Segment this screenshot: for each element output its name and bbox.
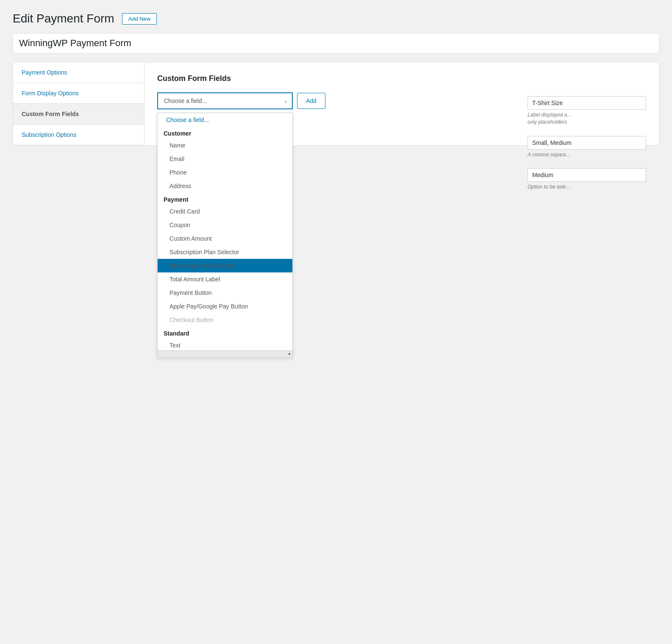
tshirt-size-hint: Label displayed a...only placeholders <box>528 111 646 126</box>
field-select-wrapper: Choose a field... ⌄ Choose a field... Cu… <box>157 92 293 109</box>
sidebar-item-subscription-options[interactable]: Subscription Options <box>13 125 144 145</box>
dropdown-item-checkout-button[interactable]: Checkout Button <box>158 313 292 327</box>
default-input[interactable] <box>528 168 646 182</box>
dropdown-group-payment: Payment <box>158 193 292 205</box>
dropdown-panel: Choose a field... Customer Name Email Ph… <box>157 113 293 358</box>
sidebar-item-custom-form-fields[interactable]: Custom Form Fields <box>13 104 144 125</box>
field-group-default: Option to be sele... <box>528 168 646 191</box>
add-new-button[interactable]: Add New <box>122 13 157 25</box>
field-group-options: A comma separa... <box>528 136 646 158</box>
dropdown-item-credit-card[interactable]: Credit Card <box>158 205 292 218</box>
dropdown-item-email[interactable]: Email <box>158 152 292 166</box>
sidebar-item-payment-options[interactable]: Payment Options <box>13 62 144 83</box>
dropdown-item-name[interactable]: Name <box>158 139 292 152</box>
dropdown-scroll-area[interactable]: Choose a field... Customer Name Email Ph… <box>158 113 292 350</box>
form-name-input[interactable] <box>13 33 659 53</box>
field-select-dropdown[interactable]: Choose a field... <box>157 92 293 109</box>
dropdown-group-customer: Customer <box>158 127 292 139</box>
sidebar: Payment Options Form Display Options Cus… <box>13 62 144 145</box>
default-hint: Option to be sele... <box>528 183 646 191</box>
dropdown-item-apple-google-pay[interactable]: Apple Pay/Google Pay Button <box>158 300 292 313</box>
right-panel-fields: Label displayed a...only placeholders A … <box>528 96 646 201</box>
section-title: Custom Form Fields <box>157 74 646 83</box>
page-header: Edit Payment Form Add New <box>13 12 659 25</box>
dropdown-item-address[interactable]: Address <box>158 179 292 193</box>
sidebar-item-form-display-options[interactable]: Form Display Options <box>13 83 144 104</box>
page-title: Edit Payment Form <box>13 12 114 25</box>
tshirt-size-input[interactable] <box>528 96 646 110</box>
dropdown-item-total-amount-label[interactable]: Total Amount Label <box>158 272 292 286</box>
page-wrapper: Edit Payment Form Add New Payment Option… <box>0 0 672 644</box>
field-group-tshirt-size: Label displayed a...only placeholders <box>528 96 646 126</box>
dropdown-item-text[interactable]: Text <box>158 339 292 350</box>
dropdown-item-payment-button[interactable]: Payment Button <box>158 286 292 300</box>
main-layout: Payment Options Form Display Options Cus… <box>13 62 659 146</box>
dropdown-item-coupon[interactable]: Coupon <box>158 218 292 232</box>
dropdown-item-custom-amount[interactable]: Custom Amount <box>158 232 292 245</box>
dropdown-scroll-down-arrow[interactable]: ▼ <box>286 351 292 358</box>
dropdown-placeholder[interactable]: Choose a field... <box>158 113 292 127</box>
dropdown-group-standard: Standard <box>158 327 292 339</box>
options-input[interactable] <box>528 136 646 150</box>
dropdown-item-phone[interactable]: Phone <box>158 166 292 179</box>
main-content: Custom Form Fields Choose a field... ⌄ C… <box>144 62 659 145</box>
dropdown-item-subscription-plan-selector[interactable]: Subscription Plan Selector <box>158 245 292 259</box>
options-hint: A comma separa... <box>528 151 646 158</box>
add-field-button[interactable]: Add <box>297 93 325 109</box>
dropdown-item-recurring-amount-toggle[interactable]: Recurring Amount Toggle <box>158 259 292 272</box>
